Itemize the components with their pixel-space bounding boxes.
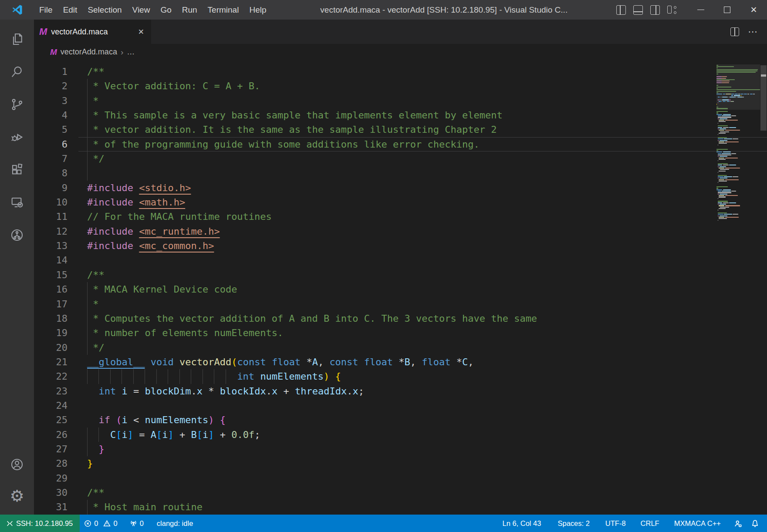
line-content[interactable]: #include <mc_common.h>: [78, 239, 767, 253]
search-icon[interactable]: [10, 64, 24, 79]
notifications-button[interactable]: [747, 515, 764, 532]
line-content[interactable]: __global__ void vectorAdd(const float *A…: [78, 355, 767, 369]
account-icon[interactable]: [10, 457, 24, 472]
menu-edit[interactable]: Edit: [58, 0, 83, 20]
menu-go[interactable]: Go: [155, 0, 176, 20]
source-control-icon[interactable]: [10, 97, 24, 112]
breadcrumb-file[interactable]: vectorAdd.maca: [61, 47, 117, 57]
line-number[interactable]: 12: [34, 224, 78, 239]
code-line[interactable]: 17 *: [34, 297, 767, 311]
menu-help[interactable]: Help: [244, 0, 271, 20]
code-line[interactable]: 28}: [34, 456, 767, 471]
tab-close-icon[interactable]: ✕: [136, 27, 146, 37]
maximize-button[interactable]: [714, 0, 740, 20]
tab-vectoradd-maca[interactable]: M vectorAdd.maca ✕: [34, 20, 152, 44]
line-content[interactable]: [78, 253, 767, 267]
line-number[interactable]: 21: [34, 355, 78, 369]
line-number[interactable]: 16: [34, 282, 78, 296]
problems-indicator[interactable]: 0 0: [80, 515, 122, 532]
line-content[interactable]: */: [78, 340, 767, 355]
line-number[interactable]: 3: [34, 94, 78, 108]
line-number[interactable]: 27: [34, 442, 78, 456]
line-content[interactable]: #include <mc_runtime.h>: [78, 224, 767, 239]
minimap-slider[interactable]: [716, 64, 760, 110]
line-content[interactable]: [78, 166, 767, 180]
line-number[interactable]: 10: [34, 195, 78, 209]
line-number[interactable]: 11: [34, 209, 78, 224]
code-line[interactable]: 11// For the MACA runtime routines: [34, 209, 767, 224]
line-content[interactable]: *: [78, 297, 767, 311]
line-content[interactable]: #include <math.h>: [78, 195, 767, 209]
code-line[interactable]: 6 * of the programming guide with some a…: [34, 137, 767, 152]
line-content[interactable]: #include <stdio.h>: [78, 181, 767, 195]
line-content[interactable]: * vector addition. It is the same as the…: [78, 122, 767, 137]
line-number[interactable]: 17: [34, 297, 78, 311]
menu-view[interactable]: View: [127, 0, 155, 20]
code-line[interactable]: 24: [34, 398, 767, 413]
encoding[interactable]: UTF-8: [601, 515, 630, 532]
code-line[interactable]: 29: [34, 471, 767, 485]
code-line[interactable]: 10#include <math.h>: [34, 195, 767, 209]
close-button[interactable]: ✕: [740, 0, 767, 20]
breadcrumb-symbol-more[interactable]: …: [127, 47, 135, 57]
line-number[interactable]: 1: [34, 64, 78, 79]
line-number[interactable]: 24: [34, 398, 78, 413]
clangd-status[interactable]: clangd: idle: [152, 515, 197, 532]
line-number[interactable]: 4: [34, 108, 78, 122]
code-line[interactable]: 31 * Host main routine: [34, 500, 767, 514]
line-number[interactable]: 31: [34, 500, 78, 514]
line-number[interactable]: 2: [34, 79, 78, 93]
code-line[interactable]: 15/**: [34, 268, 767, 282]
code-line[interactable]: 23 int i = blockDim.x * blockIdx.x + thr…: [34, 384, 767, 398]
line-number[interactable]: 25: [34, 413, 78, 427]
remote-indicator[interactable]: SSH: 10.2.180.95: [0, 515, 80, 532]
customize-layout-icon[interactable]: [667, 5, 677, 15]
code-line[interactable]: 9#include <stdio.h>: [34, 181, 767, 195]
line-content[interactable]: }: [78, 456, 767, 471]
circle-branch-icon[interactable]: [10, 228, 24, 242]
code-line[interactable]: 18 * Computes the vector addition of A a…: [34, 311, 767, 326]
line-number[interactable]: 5: [34, 122, 78, 137]
eol-sequence[interactable]: CRLF: [636, 515, 664, 532]
line-content[interactable]: C[i] = A[i] + B[i] + 0.0f;: [78, 428, 767, 442]
line-content[interactable]: * MACA Kernel Device code: [78, 282, 767, 296]
line-number[interactable]: 19: [34, 326, 78, 340]
line-number[interactable]: 26: [34, 428, 78, 442]
line-content[interactable]: * number of elements numElements.: [78, 326, 767, 340]
indentation[interactable]: Spaces: 2: [553, 515, 594, 532]
line-content[interactable]: * This sample is a very basic sample tha…: [78, 108, 767, 122]
line-number[interactable]: 15: [34, 268, 78, 282]
explorer-icon[interactable]: [10, 32, 24, 47]
code-line[interactable]: 20 */: [34, 340, 767, 355]
line-number[interactable]: 28: [34, 456, 78, 471]
extensions-icon[interactable]: [10, 162, 24, 177]
line-number[interactable]: 20: [34, 340, 78, 355]
line-number[interactable]: 9: [34, 181, 78, 195]
line-content[interactable]: int i = blockDim.x * blockIdx.x + thread…: [78, 384, 767, 398]
line-number[interactable]: 22: [34, 369, 78, 384]
line-content[interactable]: * Vector addition: C = A + B.: [78, 79, 767, 93]
line-number[interactable]: 30: [34, 485, 78, 500]
toggle-secondary-sidebar-icon[interactable]: [650, 5, 660, 15]
cursor-position[interactable]: Ln 6, Col 43: [498, 515, 545, 532]
menu-terminal[interactable]: Terminal: [203, 0, 244, 20]
line-number[interactable]: 14: [34, 253, 78, 267]
line-content[interactable]: /**: [78, 64, 767, 79]
editor-scrollbar[interactable]: [760, 60, 767, 515]
code-line[interactable]: 3 *: [34, 94, 767, 108]
minimize-button[interactable]: [687, 0, 714, 20]
menu-run[interactable]: Run: [177, 0, 203, 20]
line-content[interactable]: /**: [78, 268, 767, 282]
menu-selection[interactable]: Selection: [82, 0, 127, 20]
line-content[interactable]: * Host main routine: [78, 500, 767, 514]
code-line[interactable]: 2 * Vector addition: C = A + B.: [34, 79, 767, 93]
line-content[interactable]: * Computes the vector addition of A and …: [78, 311, 767, 326]
code-line[interactable]: 30/**: [34, 485, 767, 500]
ports-indicator[interactable]: 0: [125, 515, 148, 532]
code-line[interactable]: 27 }: [34, 442, 767, 456]
line-content[interactable]: [78, 471, 767, 485]
settings-gear-icon[interactable]: ⚙: [10, 488, 24, 503]
code-line[interactable]: 4 * This sample is a very basic sample t…: [34, 108, 767, 122]
code-line[interactable]: 21__global__ void vectorAdd(const float …: [34, 355, 767, 369]
line-number[interactable]: 8: [34, 166, 78, 180]
